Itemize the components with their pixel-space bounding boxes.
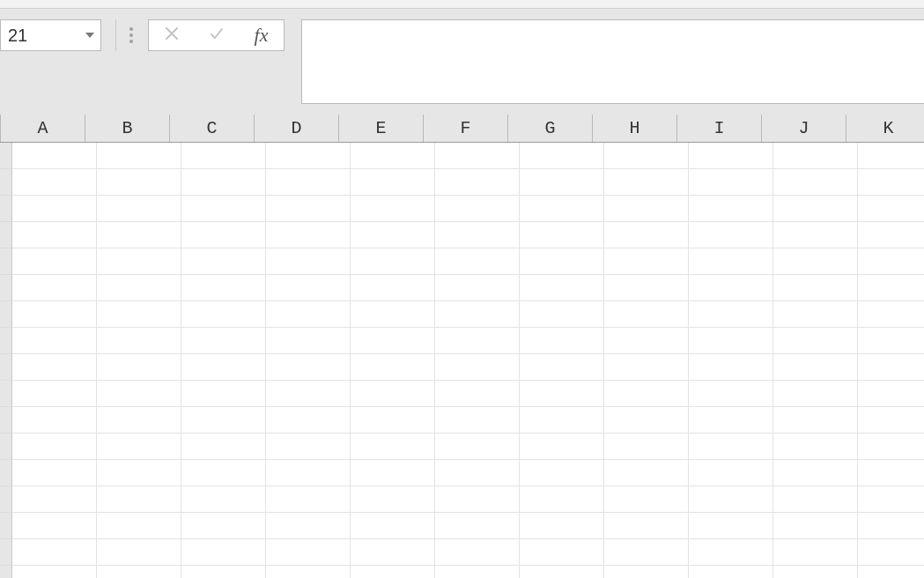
cell[interactable] xyxy=(604,407,689,434)
row-header[interactable] xyxy=(0,407,12,434)
cell[interactable] xyxy=(689,301,773,328)
cell[interactable] xyxy=(773,169,858,196)
cell[interactable] xyxy=(12,222,97,248)
row-header[interactable] xyxy=(0,143,12,169)
cell[interactable] xyxy=(773,513,858,539)
cell[interactable] xyxy=(689,354,773,381)
column-header-g[interactable]: G xyxy=(508,115,593,142)
cell[interactable] xyxy=(604,566,689,578)
column-header-b[interactable]: B xyxy=(85,115,170,142)
cell[interactable] xyxy=(858,460,924,486)
cell[interactable] xyxy=(858,407,924,434)
cell[interactable] xyxy=(12,248,97,275)
cell[interactable] xyxy=(97,381,181,407)
cell[interactable] xyxy=(689,460,773,486)
row-header[interactable] xyxy=(0,381,12,407)
row-header[interactable] xyxy=(0,566,12,578)
cell[interactable] xyxy=(435,566,520,578)
column-header-a[interactable]: A xyxy=(1,115,85,142)
cell[interactable] xyxy=(689,143,773,169)
cell[interactable] xyxy=(181,196,266,222)
cell[interactable] xyxy=(604,513,689,539)
cell[interactable] xyxy=(266,328,351,354)
cell[interactable] xyxy=(181,222,266,248)
cell[interactable] xyxy=(266,460,351,486)
row-header[interactable] xyxy=(0,539,12,566)
cell[interactable] xyxy=(266,381,351,407)
cell[interactable] xyxy=(435,434,520,460)
cell[interactable] xyxy=(520,566,604,578)
cell[interactable] xyxy=(520,513,604,539)
cell[interactable] xyxy=(689,328,773,354)
cell[interactable] xyxy=(604,486,689,513)
cell[interactable] xyxy=(773,407,858,434)
cell[interactable] xyxy=(520,434,604,460)
cell[interactable] xyxy=(351,196,435,222)
name-box-input[interactable]: 21 xyxy=(1,26,79,46)
cell[interactable] xyxy=(97,301,181,328)
column-header-d[interactable]: D xyxy=(255,115,339,142)
cell[interactable] xyxy=(12,539,97,566)
cell[interactable] xyxy=(181,539,266,566)
cell[interactable] xyxy=(97,248,181,275)
row-header[interactable] xyxy=(0,196,12,222)
cell[interactable] xyxy=(266,354,351,381)
cell[interactable] xyxy=(181,566,266,578)
cell[interactable] xyxy=(97,460,181,486)
cell[interactable] xyxy=(97,434,181,460)
cell[interactable] xyxy=(520,248,604,275)
cell[interactable] xyxy=(435,301,520,328)
cell[interactable] xyxy=(266,248,351,275)
select-all-corner[interactable] xyxy=(0,115,1,142)
column-header-c[interactable]: C xyxy=(170,115,255,142)
cell[interactable] xyxy=(773,143,858,169)
cell[interactable] xyxy=(858,143,924,169)
cell[interactable] xyxy=(351,301,435,328)
cell[interactable] xyxy=(266,222,351,248)
cell[interactable] xyxy=(181,486,266,513)
cell[interactable] xyxy=(97,328,181,354)
cell[interactable] xyxy=(773,486,858,513)
cell[interactable] xyxy=(858,566,924,578)
row-header[interactable] xyxy=(0,354,12,381)
cell[interactable] xyxy=(12,381,97,407)
cell[interactable] xyxy=(351,381,435,407)
cell[interactable] xyxy=(435,460,520,486)
cell[interactable] xyxy=(689,196,773,222)
cell[interactable] xyxy=(97,275,181,301)
cell[interactable] xyxy=(351,169,435,196)
cell[interactable] xyxy=(97,539,181,566)
cell[interactable] xyxy=(773,301,858,328)
cell[interactable] xyxy=(520,460,604,486)
cell[interactable] xyxy=(773,434,858,460)
cell[interactable] xyxy=(351,539,435,566)
cell[interactable] xyxy=(97,169,181,196)
cell[interactable] xyxy=(435,486,520,513)
cell[interactable] xyxy=(12,301,97,328)
cell[interactable] xyxy=(97,407,181,434)
cell[interactable] xyxy=(351,222,435,248)
cell[interactable] xyxy=(689,486,773,513)
cell[interactable] xyxy=(520,275,604,301)
cell[interactable] xyxy=(604,222,689,248)
cell[interactable] xyxy=(689,407,773,434)
cell[interactable] xyxy=(266,566,351,578)
cell[interactable] xyxy=(12,196,97,222)
cell[interactable] xyxy=(12,328,97,354)
row-header[interactable] xyxy=(0,301,12,328)
cell[interactable] xyxy=(266,434,351,460)
cell[interactable] xyxy=(604,143,689,169)
cell[interactable] xyxy=(604,354,689,381)
cell[interactable] xyxy=(12,143,97,169)
cell[interactable] xyxy=(12,566,97,578)
formula-input[interactable] xyxy=(301,19,924,104)
column-header-i[interactable]: I xyxy=(677,115,762,142)
cell[interactable] xyxy=(266,169,351,196)
cell[interactable] xyxy=(351,275,435,301)
cell[interactable] xyxy=(351,486,435,513)
cell[interactable] xyxy=(97,143,181,169)
cell[interactable] xyxy=(435,222,520,248)
cell[interactable] xyxy=(773,566,858,578)
cell[interactable] xyxy=(181,248,266,275)
cell[interactable] xyxy=(773,275,858,301)
